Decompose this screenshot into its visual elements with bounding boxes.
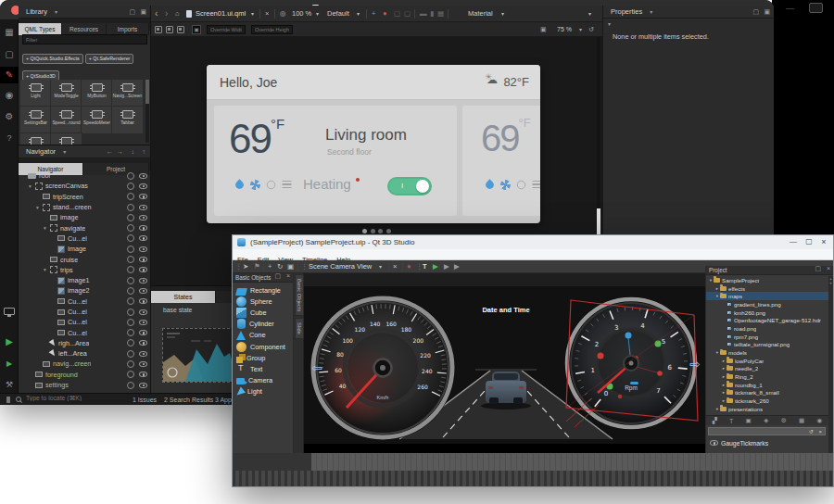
basic-object-item[interactable]: Text bbox=[233, 363, 293, 374]
state-thumbnail[interactable] bbox=[162, 328, 234, 383]
export-icon[interactable] bbox=[127, 277, 134, 284]
navigator-item[interactable]: ▾trips bbox=[19, 265, 150, 275]
navigator-item[interactable]: image bbox=[19, 212, 150, 222]
visibility-icon[interactable] bbox=[139, 235, 147, 241]
run-kit-button[interactable]: ▶ bbox=[0, 356, 19, 372]
add-import-button[interactable]: + QtQuick.Studio.Effects bbox=[22, 54, 83, 64]
chevron-down-icon[interactable]: ▾ bbox=[588, 6, 591, 22]
visibility-icon[interactable] bbox=[139, 309, 147, 315]
chevron-down-icon[interactable]: ▾ bbox=[608, 20, 611, 27]
export-icon[interactable] bbox=[127, 360, 134, 368]
search-results-pane-button[interactable]: 2 Search Results bbox=[164, 394, 213, 405]
basic-object-item[interactable]: Sphere bbox=[233, 296, 293, 307]
zoom-level[interactable]: 100 % bbox=[292, 6, 311, 22]
chevron-down-icon[interactable]: ▾ bbox=[650, 9, 652, 15]
project-tree-item[interactable]: OpenfootageNET_garage-512.hdr bbox=[706, 316, 828, 324]
select-tool-icon[interactable]: ➤ bbox=[243, 260, 248, 273]
export-icon[interactable] bbox=[127, 204, 134, 211]
basic-object-item[interactable]: Component bbox=[233, 341, 293, 352]
library-component[interactable]: Light bbox=[20, 80, 51, 107]
export-icon[interactable] bbox=[127, 266, 134, 273]
basic-object-item[interactable]: Light bbox=[233, 386, 293, 397]
visibility-icon[interactable] bbox=[139, 340, 147, 346]
fan-icon[interactable] bbox=[250, 180, 260, 190]
fan-icon[interactable] bbox=[500, 180, 511, 190]
visibility-icon[interactable] bbox=[139, 372, 147, 377]
float-panel-icon[interactable]: ▢ bbox=[815, 264, 821, 273]
project-tree-item[interactable]: ▾SampleProject bbox=[706, 276, 828, 284]
target-icon[interactable]: ◎ bbox=[280, 6, 286, 22]
navigator-item[interactable]: left...Area bbox=[19, 348, 150, 359]
text-tool-icon[interactable]: T bbox=[423, 260, 427, 273]
tab-slide[interactable]: Slide bbox=[295, 318, 304, 339]
navigator-item[interactable]: ▾navigate bbox=[19, 222, 150, 233]
close-panel-icon[interactable]: ▣ bbox=[764, 6, 770, 19]
projects-mode-icon[interactable]: ⚙ bbox=[0, 108, 19, 125]
canvas-zoom-level[interactable]: 75 % bbox=[557, 22, 572, 37]
basic-object-item[interactable]: Group bbox=[233, 352, 293, 363]
visibility-icon[interactable] bbox=[139, 205, 147, 210]
clear-icon[interactable]: × bbox=[818, 428, 822, 435]
basic-object-item[interactable]: Cone bbox=[233, 330, 293, 341]
library-component[interactable]: SpeedoMeter bbox=[82, 107, 112, 133]
close-panel-icon[interactable]: × bbox=[827, 264, 830, 273]
kit-selector-icon[interactable] bbox=[4, 308, 15, 315]
heat-waves-icon[interactable] bbox=[283, 181, 292, 190]
navigator-item[interactable]: Cu...el bbox=[19, 233, 150, 244]
export-icon[interactable] bbox=[127, 319, 134, 326]
library-component[interactable]: ModeToggle bbox=[51, 80, 82, 107]
outline-icon[interactable] bbox=[177, 26, 184, 33]
navigator-item[interactable]: Cu...el bbox=[19, 317, 150, 327]
float-panel-icon[interactable]: ▢ bbox=[274, 271, 281, 281]
navigator-item[interactable]: ▾screenCanvas bbox=[19, 181, 150, 191]
navigator-item[interactable]: image2 bbox=[19, 285, 150, 296]
canvas-color-button[interactable]: ▣ bbox=[192, 25, 201, 34]
design-mode-icon[interactable]: ✎ bbox=[0, 67, 19, 83]
home-icon[interactable]: ⌂ bbox=[175, 6, 180, 22]
material-icon[interactable]: ◈ bbox=[764, 417, 768, 424]
maximize-button[interactable]: ▢ bbox=[802, 237, 815, 246]
timeline-ruler[interactable] bbox=[233, 471, 833, 486]
locator-input[interactable] bbox=[26, 395, 114, 401]
visibility-icon[interactable] bbox=[139, 351, 147, 357]
anchor-icon[interactable]: + bbox=[372, 6, 375, 22]
visibility-icon[interactable] bbox=[710, 440, 718, 446]
project-tree-item[interactable]: ▾presentations bbox=[706, 405, 828, 413]
play-button[interactable]: ▶ bbox=[433, 260, 438, 273]
visibility-icon[interactable] bbox=[139, 330, 147, 335]
move-down-icon[interactable]: ↓ bbox=[132, 145, 135, 158]
close-view-icon[interactable]: × bbox=[393, 260, 397, 273]
export-icon[interactable] bbox=[127, 371, 134, 378]
close-button[interactable]: × bbox=[817, 237, 830, 246]
export-icon[interactable] bbox=[127, 339, 134, 346]
project-tree-item[interactable]: ▸effects bbox=[706, 284, 828, 293]
visibility-icon[interactable] bbox=[139, 383, 147, 388]
visibility-icon[interactable] bbox=[139, 215, 147, 220]
project-tree-item[interactable]: kmh260.png bbox=[706, 309, 828, 317]
base-state-label[interactable]: base state bbox=[163, 307, 192, 313]
zoom-fit-icon[interactable]: ▣ bbox=[540, 22, 547, 37]
bounds-icon[interactable] bbox=[166, 26, 173, 33]
timeline-filter-box[interactable]: ↺ × bbox=[708, 427, 826, 435]
library-component[interactable]: Speed...round bbox=[51, 107, 82, 133]
toggle-knob[interactable] bbox=[416, 180, 429, 193]
basic-object-item[interactable]: Cylinder bbox=[233, 319, 293, 330]
export-icon[interactable] bbox=[127, 214, 134, 221]
presentation-icon[interactable]: ▦ bbox=[799, 417, 804, 424]
run-button[interactable]: ▶ bbox=[0, 334, 19, 350]
export-icon[interactable] bbox=[127, 183, 134, 190]
navigator-item[interactable]: Cu...el bbox=[19, 296, 150, 307]
expand-arrow-icon[interactable]: ▾ bbox=[29, 183, 35, 189]
visibility-icon[interactable] bbox=[139, 194, 147, 199]
project-tree-item[interactable]: telltale_turnsignal.png bbox=[706, 341, 828, 349]
visibility-icon[interactable] bbox=[139, 173, 147, 179]
chevron-down-icon[interactable]: ▾ bbox=[251, 6, 254, 22]
navigator-item[interactable]: settings bbox=[19, 380, 150, 390]
issues-pane-button[interactable]: 1 Issues bbox=[133, 394, 157, 405]
navigator-item[interactable]: righ...Area bbox=[19, 338, 150, 348]
titlebar[interactable]: (SampleProject) SampleProject.uip - Qt 3… bbox=[233, 235, 833, 249]
navigator-item[interactable]: tripScreen bbox=[19, 192, 150, 202]
close-document-icon[interactable]: × bbox=[265, 6, 269, 22]
navigator-item[interactable]: Cu...el bbox=[19, 327, 150, 337]
chevron-down-icon[interactable]: ▾ bbox=[316, 6, 319, 22]
